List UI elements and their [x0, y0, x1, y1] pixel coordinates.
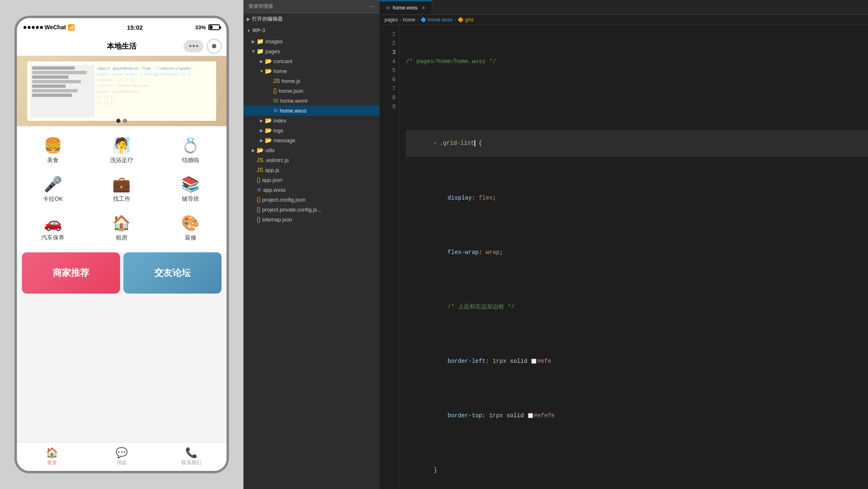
tree-item-home-json[interactable]: {} home.json [243, 86, 380, 96]
tree-label-home-wxml: home.wxml [280, 98, 307, 104]
tree-label-images: images [265, 38, 283, 45]
tree-label-project-private: project.private.config.js... [262, 207, 321, 213]
file-tree-title: 资源管理器 [248, 3, 273, 10]
tree-item-pages[interactable]: ▼ 📁 pages [243, 46, 380, 56]
forum-banner[interactable]: 交友论坛 [123, 252, 222, 294]
tree-label-app-js: app.js [265, 167, 279, 173]
json-file-icon: {} [273, 87, 277, 94]
code-line-5: flex-wrap: wrap; [406, 239, 868, 266]
code-editor-main: ≋ home.wxss ✕ pages › home › 🔷 home.wxss… [380, 0, 868, 489]
project-section[interactable]: ▼ MP-3 [243, 25, 380, 36]
job-icon: 💼 [112, 176, 131, 193]
file-tree-menu-icon[interactable]: ··· [369, 3, 375, 10]
app-js-icon: JS [257, 167, 263, 173]
editor-tab-label: home.wxss [393, 5, 417, 11]
chevron-right-icon: ▶ [258, 59, 265, 63]
more-button[interactable] [184, 40, 203, 52]
tree-item-images[interactable]: ▶ 📁 images [243, 36, 380, 46]
app-wxss-icon: ≋ [257, 186, 262, 193]
tree-item-project-private[interactable]: {} project.private.config.js... [243, 205, 380, 214]
tree-item-message[interactable]: ▶ 📂 message [243, 135, 380, 145]
food-icon: 🍔 [44, 137, 62, 154]
grid-item-food[interactable]: 🍔 美食 [20, 133, 86, 168]
tree-item-home-wxml[interactable]: W home.wxml [243, 96, 380, 106]
tree-item-project-config[interactable]: {} project.config.json [243, 195, 380, 205]
tree-item-concaot[interactable]: ▶ 📂 concaot [243, 56, 380, 66]
phone-slider: import goodsReducer from './reducers/goo… [17, 56, 226, 126]
chevron-right-icon: ▶ [250, 148, 257, 153]
tree-label-eslint: .eslintrc.js [265, 157, 289, 163]
tree-item-logs[interactable]: ▶ 📂 logs [243, 125, 380, 135]
close-tab-icon[interactable]: ✕ [422, 5, 425, 11]
tree-item-utils[interactable]: ▶ 📂 utils [243, 145, 380, 155]
editor-tabs: ≋ home.wxss ✕ [380, 0, 868, 15]
slider-dot-1 [116, 119, 120, 123]
code-area: 1 2 3 4 5 6 7 8 9 /* pages/home/home.wxs… [380, 25, 868, 489]
tree-item-app-json[interactable]: {} app.json [243, 175, 380, 185]
tutoring-icon: 📚 [181, 176, 200, 193]
signal-icon [24, 26, 43, 29]
merchant-banner[interactable]: 商家推荐 [22, 252, 120, 294]
code-line-2 [406, 93, 868, 102]
grid-item-rent[interactable]: 🏠 租房 [89, 210, 155, 246]
phone-status-left: WeChat 📶 [24, 24, 75, 31]
grid-item-spa[interactable]: 🧖 洗浴足疗 [89, 133, 155, 168]
tab-home[interactable]: 🏠 首页 [17, 445, 87, 468]
message-tab-label: 消息 [117, 459, 127, 466]
opened-editors-label: 打开的编辑器 [252, 16, 283, 23]
grid-item-tutoring[interactable]: 📚 辅导班 [158, 172, 223, 207]
grid-item-job[interactable]: 💼 找工作 [89, 172, 155, 207]
project-config-icon: {} [257, 196, 260, 203]
tree-item-app-wxss[interactable]: ≋ app.wxss [243, 185, 380, 195]
code-line-1: /* pages/home/home.wxss */ [406, 57, 868, 66]
chevron-down-icon: ▼ [250, 49, 257, 54]
tree-label-home: home [274, 68, 287, 74]
wifi-icon: 📶 [68, 24, 75, 31]
slider-image: import goodsReducer from './reducers/goo… [17, 56, 226, 126]
record-button[interactable]: ⏺ [207, 39, 222, 54]
tree-item-home-wxss[interactable]: ≋ home.wxss [243, 106, 380, 115]
tab-message[interactable]: 💬 消息 [87, 445, 156, 468]
slider-dots [116, 119, 127, 123]
wedding-icon: 💍 [181, 137, 200, 154]
food-label: 美食 [47, 157, 59, 164]
tree-item-home[interactable]: ▼ 📂 home [243, 66, 380, 76]
phone-container: WeChat 📶 15:02 33% 本地生活 ⏺ [0, 0, 243, 489]
battery-percent: 33% [195, 24, 206, 31]
tree-label-home-wxss: home.wxss [280, 108, 307, 114]
editor-tab-home-wxss[interactable]: ≋ home.wxss ✕ [380, 0, 432, 14]
tree-item-home-js[interactable]: JS home.js [243, 76, 380, 86]
folder-icon: 📂 [265, 58, 272, 64]
tree-label-project-config: project.config.json [262, 197, 305, 203]
tree-label-app-json: app.json [262, 177, 282, 183]
breadcrumb-sep-1: › [400, 17, 401, 23]
code-line-3: ▾ .grid-list { [406, 129, 868, 157]
project-label: MP-3 [252, 28, 265, 33]
opened-editors-section[interactable]: ▶ 打开的编辑器 [243, 13, 380, 25]
contact-tab-icon: 📞 [185, 447, 198, 458]
code-content[interactable]: /* pages/home/home.wxss */ ▾ .grid-list … [399, 25, 868, 489]
grid-item-wedding[interactable]: 💍 结婚啦 [158, 133, 223, 168]
breadcrumb-file: 🔷 home.wxss [420, 17, 453, 23]
line-num-5: 5 [380, 66, 396, 75]
grid-item-karaoke[interactable]: 🎤 卡拉OK [20, 172, 86, 207]
chevron-right-icon: ▶ [250, 39, 257, 44]
tree-item-eslint[interactable]: JS .eslintrc.js [243, 155, 380, 165]
breadcrumb-selector: 🔶 grid [458, 17, 473, 23]
grid-item-car[interactable]: 🚗 汽车保养 [20, 210, 86, 246]
tree-label-home-js: home.js [281, 78, 300, 84]
tab-contact[interactable]: 📞 联系我们 [157, 445, 226, 468]
line-num-3: 3 [380, 48, 396, 57]
tree-item-sitemap[interactable]: {} sitemap.json [243, 214, 380, 224]
phone-status-bar: WeChat 📶 15:02 33% [17, 18, 226, 36]
tree-item-index[interactable]: ▶ 📂 index [243, 115, 380, 125]
folder-icon-logs: 📂 [265, 127, 272, 134]
code-preview: import goodsReducer from './reducers/goo… [27, 61, 216, 121]
chevron-right-icon: ▶ [258, 128, 265, 133]
home-tab-label: 首页 [47, 459, 57, 466]
tree-item-app-js[interactable]: JS app.js [243, 165, 380, 175]
eslint-file-icon: JS [257, 157, 263, 163]
code-line-7: border-left: 1rpx solid #efe [406, 348, 868, 375]
line-num-8: 8 [380, 93, 396, 102]
grid-item-decor[interactable]: 🎨 装修 [158, 210, 223, 246]
